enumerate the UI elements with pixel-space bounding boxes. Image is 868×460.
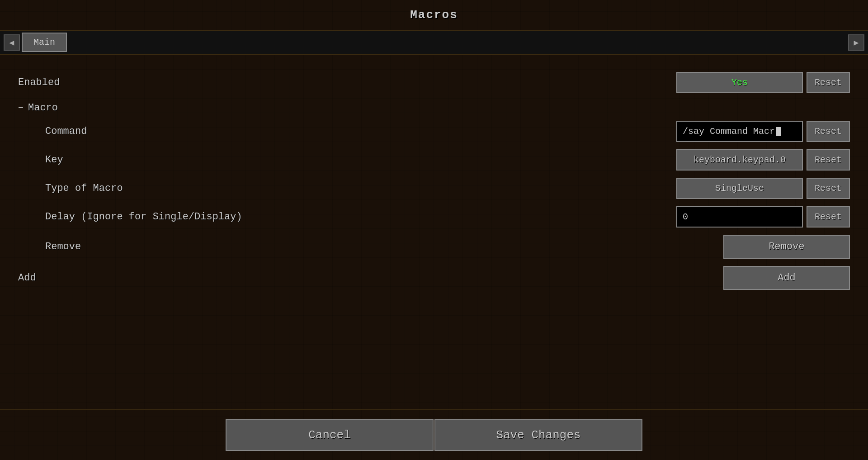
type-of-macro-label: Type of Macro [45, 183, 123, 194]
delay-label: Delay (Ignore for Single/Display) [45, 211, 242, 223]
remove-label: Remove [45, 241, 81, 252]
command-value-text: /say Command Macr [683, 126, 775, 137]
save-changes-button[interactable]: Save Changes [434, 419, 642, 451]
tab-left-arrow[interactable]: ◀ [4, 34, 20, 51]
key-label: Key [45, 154, 63, 166]
cursor-block [776, 127, 781, 136]
cancel-button[interactable]: Cancel [226, 419, 434, 451]
macro-collapse-icon[interactable]: − [18, 103, 24, 113]
command-row: Command /say Command Macr Reset [45, 117, 850, 146]
key-row: Key keyboard.keypad.0 Reset [45, 146, 850, 174]
command-reset-button[interactable]: Reset [807, 121, 850, 142]
enabled-row: Enabled Yes Reset [18, 68, 850, 97]
add-row: Add Add [18, 262, 850, 294]
enabled-value-button[interactable]: Yes [676, 72, 803, 93]
command-input-wrapper[interactable]: /say Command Macr [676, 121, 803, 142]
type-of-macro-row: Type of Macro SingleUse Reset [45, 174, 850, 203]
content-area: Enabled Yes Reset − Macro Command /say C… [0, 55, 868, 409]
key-reset-button[interactable]: Reset [807, 149, 850, 171]
type-of-macro-controls: SingleUse Reset [676, 178, 850, 199]
delay-row: Delay (Ignore for Single/Display) Reset [45, 203, 850, 231]
enabled-reset-button[interactable]: Reset [807, 72, 850, 93]
type-of-macro-reset-button[interactable]: Reset [807, 178, 850, 199]
add-button[interactable]: Add [723, 266, 850, 290]
key-value-button[interactable]: keyboard.keypad.0 [676, 149, 803, 171]
macro-subsection: Command /say Command Macr Reset Key keyb… [18, 117, 850, 262]
command-controls: /say Command Macr Reset [676, 121, 850, 142]
add-controls: Add [723, 266, 850, 290]
delay-controls: Reset [676, 206, 850, 228]
add-label: Add [18, 272, 36, 284]
command-label: Command [45, 126, 87, 137]
tab-bar: ◀ Main ▶ [0, 30, 868, 55]
remove-button[interactable]: Remove [723, 235, 850, 259]
tab-main[interactable]: Main [22, 33, 67, 52]
delay-input[interactable] [676, 206, 803, 228]
remove-row: Remove Remove [45, 231, 850, 262]
enabled-controls: Yes Reset [676, 72, 850, 93]
footer: Cancel Save Changes [0, 409, 868, 460]
macro-section-header: − Macro [18, 97, 850, 117]
remove-controls: Remove [723, 235, 850, 259]
tab-right-arrow[interactable]: ▶ [848, 34, 864, 51]
type-of-macro-value-button[interactable]: SingleUse [676, 178, 803, 199]
macro-section-title: Macro [28, 102, 58, 114]
window-title: Macros [0, 0, 868, 30]
delay-reset-button[interactable]: Reset [807, 206, 850, 228]
main-window: Macros ◀ Main ▶ Enabled Yes Reset − Macr… [0, 0, 868, 460]
enabled-label: Enabled [18, 77, 60, 88]
key-controls: keyboard.keypad.0 Reset [676, 149, 850, 171]
